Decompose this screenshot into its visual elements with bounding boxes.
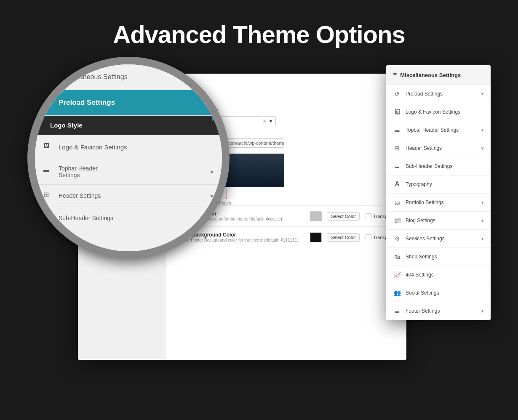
color-picker-btn-1[interactable]: Select Color — [327, 212, 360, 221]
rp-blog[interactable]: 📰 Blog Settings ▾ — [386, 212, 491, 230]
rp-blog-label: Blog Settings — [406, 218, 435, 223]
rp-shop-label: Shop Settings — [406, 254, 437, 260]
mag-misc: ≡ Miscellaneous Settings — [35, 64, 222, 90]
mag-header-icon: ⊞ — [43, 191, 53, 201]
rp-services-icon: ⚙ — [393, 234, 401, 243]
rp-portfolio[interactable]: 🗂 Portfolio Settings ▾ — [386, 194, 491, 212]
mag-subheader-icon: ▬ — [43, 213, 53, 223]
mag-logo-icon: 🖼 — [43, 142, 53, 152]
rp-header-settings[interactable]: ⊞ Header Settings ▾ — [386, 139, 491, 157]
mag-logo-favicon: 🖼 Logo & Favicon Settings — [35, 135, 222, 159]
rp-logo-favicon[interactable]: 🖼 Logo & Favicon Settings — [386, 103, 491, 121]
rp-services-label: Services Settings — [406, 236, 445, 242]
rp-footer-icon: ▬ — [393, 307, 401, 315]
rp-social-label: Social Settings — [406, 290, 439, 296]
content-area: ≡ Miscellaneous Settings ↺ Preload Setti… — [27, 61, 491, 389]
rp-blog-chevron-icon: ▾ — [481, 218, 484, 223]
rp-preload-chevron-icon: ▾ — [481, 91, 484, 97]
rp-preload-label: Preload Settings — [406, 91, 443, 97]
mag-topbar: ▬ Topbar HeaderSettings ▾ — [35, 159, 222, 185]
rp-header-settings-label: Header Settings — [406, 145, 442, 151]
color-swatch-2[interactable] — [310, 232, 322, 242]
rp-footer-chevron-icon: ▾ — [481, 308, 484, 314]
mag-logo-style: Logo Style — [35, 116, 222, 135]
rp-subheader-icon: ▬ — [393, 162, 401, 170]
rp-header-icon: ≡ — [393, 71, 397, 79]
rp-topbar-label: Topbar Header Settings — [406, 127, 459, 133]
rp-subheader[interactable]: ▬ Sub-Header Settings — [386, 157, 491, 175]
rp-shop-icon: 🛍 — [393, 253, 401, 261]
rp-footer[interactable]: ▬ Footer Settings ▾ — [386, 302, 491, 320]
rp-services[interactable]: ⚙ Services Settings ▾ — [386, 230, 491, 248]
rp-topbar-icon: ▬ — [393, 126, 401, 134]
right-panel-header: ≡ Miscellaneous Settings — [386, 65, 491, 85]
rp-blog-icon: 📰 — [393, 216, 401, 225]
rp-subheader-label: Sub-Header Settings — [406, 163, 452, 169]
select-dropdown-icon[interactable]: ▾ — [270, 118, 272, 124]
page-title: Advanced Theme Options — [113, 20, 405, 48]
mag-header-chevron-icon: ▾ — [210, 192, 214, 200]
transparent-checkbox-2[interactable] — [366, 234, 371, 240]
rp-header-label: Miscellaneous Settings — [400, 72, 461, 78]
mag-preload-icon: ↺ — [43, 98, 53, 108]
rp-header-settings-chevron-icon: ▾ — [481, 146, 484, 151]
color-picker-btn-2[interactable]: Select Color — [327, 233, 360, 242]
rp-social[interactable]: 👥 Social Settings — [386, 284, 491, 302]
rp-logo-label: Logo & Favicon Settings — [406, 109, 460, 115]
rp-social-icon: 👥 — [393, 289, 401, 297]
rp-typography-label: Typography — [406, 181, 432, 187]
mag-arrow — [222, 150, 230, 165]
transparent-checkbox-1[interactable] — [366, 213, 371, 219]
rp-logo-icon: 🖼 — [393, 108, 401, 116]
rp-shop[interactable]: 🛍 Shop Settings — [386, 248, 491, 266]
rp-topbar-chevron-icon: ▾ — [481, 128, 484, 133]
rp-topbar[interactable]: ▬ Topbar Header Settings ▾ — [386, 121, 491, 139]
rp-typography-icon: A — [393, 180, 401, 189]
rp-footer-label: Footer Settings — [406, 308, 440, 314]
rp-preload-icon: ↺ — [393, 90, 401, 98]
mag-header: ⊞ Header Settings ▾ — [35, 185, 222, 207]
rp-404-label: 404 Settings — [406, 272, 434, 278]
select-clear-icon[interactable]: ✕ — [262, 118, 267, 124]
rp-portfolio-chevron-icon: ▾ — [481, 200, 484, 205]
rp-portfolio-icon: 🗂 — [393, 198, 401, 207]
mag-misc-icon: ≡ — [43, 72, 53, 82]
rp-portfolio-label: Portfolio Settings — [406, 199, 444, 205]
rp-typography[interactable]: A Typography — [386, 175, 491, 194]
rp-404-icon: 📈 — [393, 271, 401, 279]
right-panel: ≡ Miscellaneous Settings ↺ Preload Setti… — [386, 65, 491, 320]
mag-preload: ↺ Preload Settings — [35, 90, 222, 116]
rp-404[interactable]: 📈 404 Settings — [386, 266, 491, 284]
color-swatch-1[interactable] — [310, 211, 322, 221]
mag-topbar-chevron-icon: ▾ — [210, 168, 214, 176]
rp-preload[interactable]: ↺ Preload Settings ▾ — [386, 85, 491, 103]
rp-header-settings-icon: ⊞ — [393, 144, 401, 152]
mag-subheader: ▬ Sub-Header Settings — [35, 207, 222, 229]
rp-services-chevron-icon: ▾ — [481, 236, 484, 242]
magnifier: ≡ Miscellaneous Settings ↺ Preload Setti… — [27, 57, 230, 259]
mag-topbar-icon: ▬ — [43, 167, 53, 177]
